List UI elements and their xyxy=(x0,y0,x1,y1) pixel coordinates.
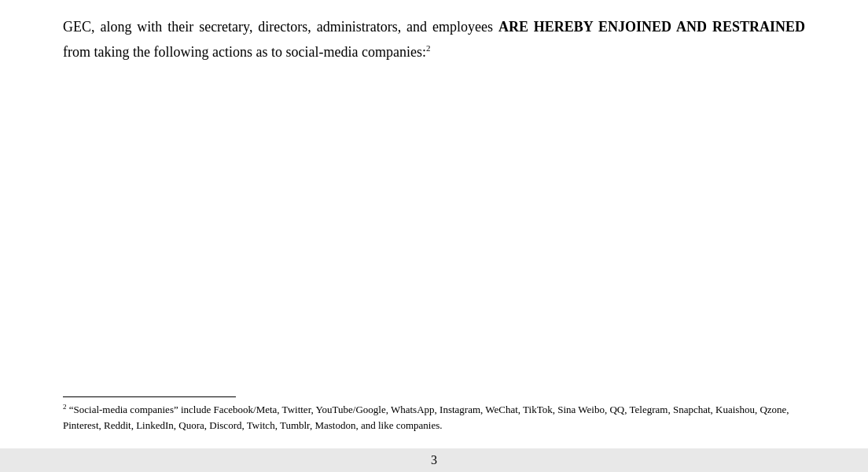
footnote-text: 2 “Social-media companies” include Faceb… xyxy=(63,402,805,433)
content-area: GEC, along with their secretary, directo… xyxy=(0,0,868,448)
footnote-superscript: 2 xyxy=(63,403,67,411)
footnote-ref-2: 2 xyxy=(426,43,431,53)
document-page: GEC, along with their secretary, directo… xyxy=(0,0,868,472)
main-text-part1: GEC, along with their secretary, directo… xyxy=(63,19,498,35)
bold-text: ARE HEREBY ENJOINED AND RESTRAINED xyxy=(498,19,805,35)
page-number: 3 xyxy=(431,453,437,467)
main-text-part2: from taking the following actions as to … xyxy=(63,44,426,60)
footnote-section: 2 “Social-media companies” include Faceb… xyxy=(63,396,805,433)
footnote-divider xyxy=(63,396,236,397)
page-number-bar: 3 xyxy=(0,448,868,472)
main-paragraph: GEC, along with their secretary, directo… xyxy=(63,14,805,65)
footnote-content: “Social-media companies” include Faceboo… xyxy=(63,404,789,431)
